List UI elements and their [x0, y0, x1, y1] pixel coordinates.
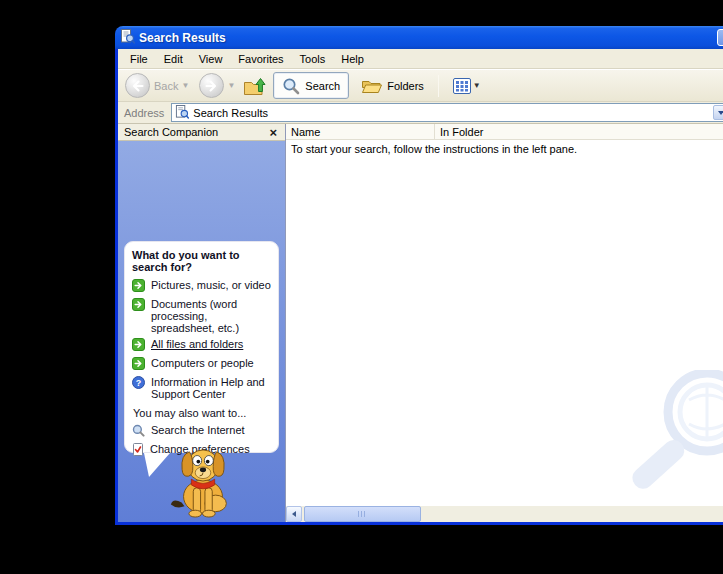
companion-question: What do you want to search for? — [132, 249, 272, 273]
companion-link-computers[interactable]: Computers or people — [132, 357, 272, 372]
search-instructions-message: To start your search, follow the instruc… — [291, 143, 577, 155]
forward-dropdown-icon[interactable]: ▼ — [227, 81, 235, 90]
back-dropdown-icon[interactable]: ▼ — [181, 81, 189, 90]
results-list-area[interactable]: To start your search, follow the instruc… — [286, 140, 723, 506]
green-arrow-icon — [132, 357, 145, 372]
title-bar[interactable]: Search Results — [115, 26, 723, 49]
back-button[interactable] — [125, 73, 150, 98]
search-button[interactable]: Search — [273, 72, 349, 99]
column-header-name[interactable]: Name — [286, 124, 435, 139]
window-body: File Edit View Favorites Tools Help Back… — [115, 49, 723, 525]
companion-link-label: Information in Help and Support Center — [151, 376, 272, 400]
companion-link-label: Pictures, music, or video — [151, 279, 271, 291]
menu-tools[interactable]: Tools — [292, 51, 334, 67]
forward-button[interactable] — [199, 73, 224, 98]
companion-secondary-heading: You may also want to... — [133, 407, 272, 419]
forward-arrow-icon — [205, 80, 218, 92]
search-companion-body: What do you want to search for? Pictures… — [118, 141, 285, 522]
back-arrow-icon — [131, 80, 144, 92]
internet-search-icon — [132, 424, 145, 439]
search-companion-bubble: What do you want to search for? Pictures… — [124, 241, 279, 453]
folders-icon — [361, 77, 382, 95]
views-dropdown-icon: ▼ — [473, 81, 481, 90]
help-icon: ? — [132, 376, 145, 391]
search-button-label: Search — [305, 80, 340, 92]
svg-text:?: ? — [136, 378, 142, 388]
companion-link-label: All files and folders — [151, 338, 243, 350]
address-label: Address — [124, 107, 164, 119]
address-dropdown-button[interactable] — [713, 105, 723, 120]
rover-dog-character[interactable] — [164, 446, 242, 518]
desktop-background: Search Results File Edit View Favorites … — [0, 0, 723, 574]
search-magnifier-icon — [282, 77, 300, 95]
magnifier-watermark-icon — [619, 370, 723, 500]
main-content: Search Companion × What do you want to s… — [118, 124, 723, 522]
search-companion-title: Search Companion — [124, 126, 218, 138]
column-header-in-folder[interactable]: In Folder — [435, 124, 723, 139]
menu-favorites[interactable]: Favorites — [230, 51, 291, 67]
views-grid-icon — [453, 78, 471, 94]
companion-link-search-internet[interactable]: Search the Internet — [132, 424, 272, 439]
companion-link-all-files[interactable]: All files and folders — [132, 338, 272, 353]
address-value: Search Results — [193, 107, 268, 119]
search-results-window-icon — [120, 29, 135, 46]
standard-buttons-toolbar: Back ▼ ▼ — [118, 69, 723, 102]
results-pane: Name In Folder To start your search, fol… — [285, 124, 723, 522]
menu-view[interactable]: View — [191, 51, 231, 67]
companion-link-label: Computers or people — [151, 357, 254, 369]
up-button[interactable] — [243, 75, 267, 97]
scrollbar-grip — [358, 511, 367, 517]
companion-link-documents[interactable]: Documents (word processing, spreadsheet,… — [132, 298, 272, 334]
folders-button-label: Folders — [387, 80, 424, 92]
green-arrow-icon — [132, 298, 145, 313]
folders-button[interactable]: Folders — [352, 72, 433, 99]
toolbar-separator — [438, 75, 439, 97]
window-title: Search Results — [139, 31, 226, 45]
menu-edit[interactable]: Edit — [156, 51, 191, 67]
close-icon[interactable]: × — [269, 127, 277, 138]
chevron-down-icon — [718, 111, 723, 115]
views-button[interactable]: ▼ — [444, 72, 490, 99]
menu-help[interactable]: Help — [333, 51, 372, 67]
companion-link-help-center[interactable]: ? Information in Help and Support Center — [132, 376, 272, 400]
companion-link-label: Search the Internet — [151, 424, 245, 436]
search-results-window: Search Results File Edit View Favorites … — [115, 26, 723, 525]
address-location-icon — [175, 105, 189, 121]
green-arrow-icon — [132, 279, 145, 294]
menu-file[interactable]: File — [122, 51, 156, 67]
back-button-label: Back — [154, 80, 178, 92]
address-input[interactable]: Search Results — [171, 103, 723, 122]
chevron-left-icon — [292, 511, 296, 517]
search-companion-header: Search Companion × — [118, 124, 285, 141]
companion-link-label: Documents (word processing, spreadsheet,… — [151, 298, 272, 334]
search-companion-pane: Search Companion × What do you want to s… — [118, 124, 285, 522]
companion-link-pictures[interactable]: Pictures, music, or video — [132, 279, 272, 294]
horizontal-scrollbar — [286, 506, 723, 522]
green-arrow-icon — [132, 338, 145, 353]
column-headers: Name In Folder — [286, 124, 723, 140]
scroll-left-button[interactable] — [286, 506, 302, 522]
address-bar: Address Search Results — [118, 102, 723, 124]
up-folder-icon — [243, 75, 267, 97]
minimize-button[interactable] — [717, 29, 723, 46]
menu-bar: File Edit View Favorites Tools Help — [118, 49, 723, 69]
scrollbar-thumb[interactable] — [304, 506, 421, 522]
